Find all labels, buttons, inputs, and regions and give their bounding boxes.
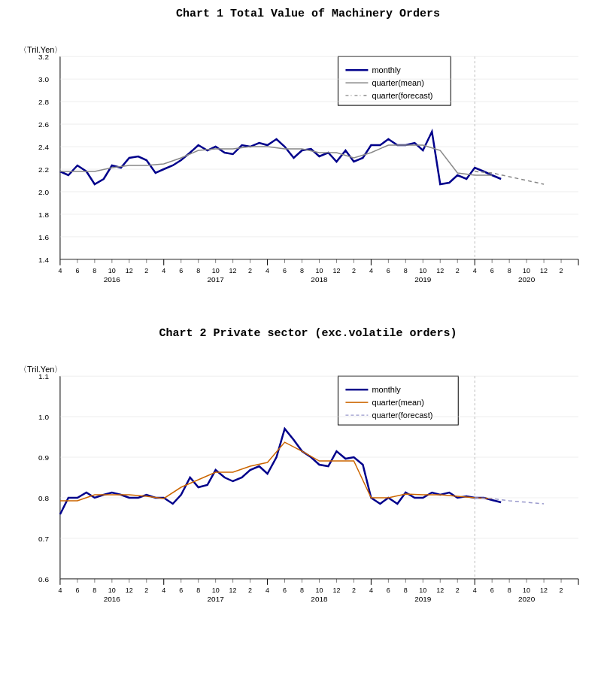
svg-text:12: 12 [540,587,548,594]
svg-text:0.8: 0.8 [38,494,49,502]
svg-text:4: 4 [162,267,165,274]
svg-text:8: 8 [508,587,511,594]
chart2-quarter-mean-line [60,442,492,501]
svg-text:10: 10 [419,587,426,594]
chart1-monthly-line [60,132,501,184]
svg-text:3.2: 3.2 [38,53,49,61]
svg-text:4: 4 [58,587,62,594]
svg-text:6: 6 [75,267,79,274]
svg-text:12: 12 [229,587,237,594]
svg-text:2019: 2019 [414,275,432,283]
svg-text:2: 2 [248,267,252,274]
svg-text:2016: 2016 [104,595,121,603]
svg-text:2.8: 2.8 [38,98,49,106]
svg-text:2: 2 [560,267,563,274]
svg-text:8: 8 [196,587,200,594]
svg-text:2: 2 [248,587,252,594]
svg-text:4: 4 [266,587,269,594]
chart1-title: Chart 1 Total Value of Machinery Orders [15,8,601,20]
chart1-quarter-mean-line [60,145,492,175]
chart2-legend-forecast: quarter(forecast) [372,411,432,420]
svg-text:12: 12 [436,267,444,274]
svg-text:2017: 2017 [208,275,225,283]
svg-text:6: 6 [490,587,494,594]
svg-text:1.1: 1.1 [38,372,49,380]
svg-text:4: 4 [369,267,373,274]
svg-text:6: 6 [490,267,494,274]
chart1-svg: 〈Tril.Yen〉 monthly quarter(mean) quarter… [15,26,601,312]
chart2-monthly-line [60,429,501,514]
svg-text:12: 12 [126,267,133,274]
chart-separator [15,312,601,327]
svg-text:4: 4 [266,267,269,274]
chart2-area: 〈Tril.Yen〉 monthly quarter(mean) quarter… [15,346,601,632]
chart2-quarter-forecast-line [475,498,544,504]
svg-text:12: 12 [436,587,444,594]
svg-text:2018: 2018 [311,275,328,283]
svg-text:10: 10 [212,587,220,594]
chart2-title: Chart 2 Private sector (exc.volatile ord… [15,327,601,340]
svg-text:1.4: 1.4 [38,256,49,264]
svg-text:10: 10 [523,267,530,274]
svg-text:8: 8 [93,587,96,594]
svg-text:10: 10 [523,587,530,594]
svg-text:2: 2 [352,587,356,594]
svg-text:2: 2 [560,587,563,594]
svg-text:6: 6 [283,587,287,594]
chart2-legend-mean: quarter(mean) [372,398,424,407]
svg-text:6: 6 [387,587,390,594]
svg-text:6: 6 [387,267,390,274]
svg-text:2020: 2020 [518,595,536,603]
svg-text:0.9: 0.9 [38,453,49,462]
svg-text:2018: 2018 [311,595,328,603]
svg-text:12: 12 [229,267,237,274]
chart2-legend-monthly: monthly [372,385,401,394]
chart1-wrapper: Chart 1 Total Value of Machinery Orders … [15,8,601,312]
svg-text:10: 10 [108,267,116,274]
svg-text:12: 12 [126,587,133,594]
svg-text:8: 8 [300,587,304,594]
chart1-quarter-forecast-line [475,171,544,184]
svg-text:8: 8 [300,267,304,274]
chart2-svg: 〈Tril.Yen〉 monthly quarter(mean) quarter… [15,346,601,632]
svg-text:4: 4 [162,587,165,594]
svg-text:6: 6 [179,587,183,594]
chart2-wrapper: Chart 2 Private sector (exc.volatile ord… [15,327,601,632]
svg-text:1.6: 1.6 [38,233,49,241]
chart1-area: 〈Tril.Yen〉 monthly quarter(mean) quarter… [15,26,601,312]
svg-text:10: 10 [419,267,426,274]
svg-text:2017: 2017 [208,595,225,603]
page-wrapper: Chart 1 Total Value of Machinery Orders … [0,0,616,639]
svg-text:6: 6 [75,587,79,594]
svg-text:8: 8 [196,267,200,274]
svg-text:4: 4 [369,587,373,594]
svg-text:8: 8 [508,267,511,274]
svg-text:10: 10 [108,587,116,594]
svg-text:2.0: 2.0 [38,188,49,196]
svg-text:2: 2 [144,587,148,594]
svg-text:2016: 2016 [104,275,121,283]
svg-text:2.2: 2.2 [38,165,49,174]
svg-text:2: 2 [352,267,356,274]
svg-text:12: 12 [332,587,340,594]
svg-text:8: 8 [93,267,96,274]
svg-text:2: 2 [456,587,460,594]
svg-text:0.6: 0.6 [38,575,49,584]
svg-text:4: 4 [473,267,477,274]
chart1-legend-forecast: quarter(forecast) [372,91,432,100]
svg-text:10: 10 [315,267,323,274]
svg-text:8: 8 [404,587,408,594]
svg-text:0.7: 0.7 [38,535,49,543]
svg-text:1.8: 1.8 [38,211,49,219]
svg-text:12: 12 [540,267,548,274]
svg-text:2: 2 [144,267,148,274]
svg-text:8: 8 [404,267,408,274]
svg-text:6: 6 [179,267,183,274]
svg-text:10: 10 [212,267,220,274]
svg-text:2020: 2020 [518,275,536,283]
chart1-legend-mean: quarter(mean) [372,78,424,87]
svg-text:4: 4 [473,587,477,594]
svg-text:4: 4 [58,267,62,274]
svg-text:6: 6 [283,267,287,274]
svg-text:3.0: 3.0 [38,75,49,83]
